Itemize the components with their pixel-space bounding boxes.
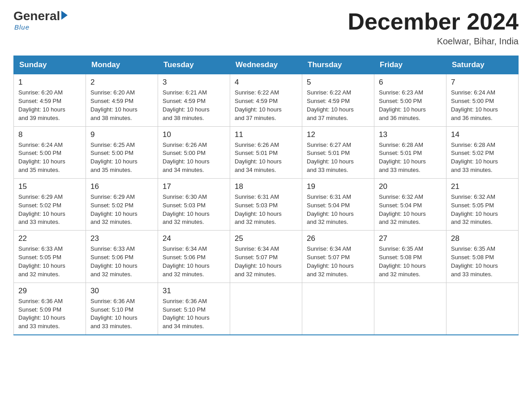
day-info: Sunrise: 6:28 AMSunset: 5:02 PMDaylight:… [451,141,514,175]
day-number: 14 [451,130,514,139]
calendar-week-4: 22Sunrise: 6:33 AMSunset: 5:05 PMDayligh… [14,231,519,283]
day-number: 7 [451,78,514,87]
calendar-cell: 20Sunrise: 6:32 AMSunset: 5:04 PMDayligh… [374,178,446,230]
day-info: Sunrise: 6:31 AMSunset: 5:04 PMDaylight:… [307,193,369,227]
calendar-header-saturday: Saturday [446,56,519,74]
calendar-cell: 16Sunrise: 6:29 AMSunset: 5:02 PMDayligh… [86,178,158,230]
calendar-cell: 10Sunrise: 6:26 AMSunset: 5:00 PMDayligh… [158,126,230,178]
logo-triangle-icon [61,11,68,20]
day-number: 11 [235,130,297,139]
calendar-cell: 26Sunrise: 6:34 AMSunset: 5:07 PMDayligh… [302,231,374,283]
day-number: 19 [307,182,369,191]
calendar-cell [446,283,519,335]
day-info: Sunrise: 6:34 AMSunset: 5:06 PMDaylight:… [163,245,225,278]
day-info: Sunrise: 6:35 AMSunset: 5:08 PMDaylight:… [379,245,442,278]
day-number: 24 [163,234,225,243]
calendar-header-sunday: Sunday [14,56,86,74]
calendar-cell: 25Sunrise: 6:34 AMSunset: 5:07 PMDayligh… [230,231,302,283]
day-info: Sunrise: 6:33 AMSunset: 5:06 PMDaylight:… [90,245,153,278]
day-number: 16 [90,182,153,191]
calendar-week-5: 29Sunrise: 6:36 AMSunset: 5:09 PMDayligh… [14,283,519,335]
day-info: Sunrise: 6:34 AMSunset: 5:07 PMDaylight:… [235,245,297,278]
day-info: Sunrise: 6:24 AMSunset: 5:00 PMDaylight:… [18,141,81,175]
day-info: Sunrise: 6:21 AMSunset: 4:59 PMDaylight:… [163,89,225,122]
calendar-cell: 6Sunrise: 6:23 AMSunset: 5:00 PMDaylight… [374,74,446,126]
logo-general-text: General [13,9,60,23]
day-info: Sunrise: 6:36 AMSunset: 5:09 PMDaylight:… [18,297,81,331]
day-number: 9 [90,130,153,139]
day-number: 8 [18,130,81,139]
calendar-cell: 7Sunrise: 6:24 AMSunset: 5:00 PMDaylight… [446,74,519,126]
day-number: 23 [90,234,153,243]
day-info: Sunrise: 6:23 AMSunset: 5:00 PMDaylight:… [379,89,442,122]
calendar-cell: 28Sunrise: 6:35 AMSunset: 5:08 PMDayligh… [446,231,519,283]
calendar-cell: 13Sunrise: 6:28 AMSunset: 5:01 PMDayligh… [374,126,446,178]
day-info: Sunrise: 6:22 AMSunset: 4:59 PMDaylight:… [235,89,297,122]
day-number: 22 [18,234,81,243]
day-number: 27 [379,234,442,243]
calendar-week-1: 1Sunrise: 6:20 AMSunset: 4:59 PMDaylight… [14,74,519,126]
logo-blue-text: Blue [14,23,30,31]
calendar-header-friday: Friday [374,56,446,74]
day-info: Sunrise: 6:26 AMSunset: 5:00 PMDaylight:… [163,141,225,175]
day-number: 5 [307,78,369,87]
calendar-cell [374,283,446,335]
calendar-header-monday: Monday [86,56,158,74]
day-number: 12 [307,130,369,139]
calendar-cell: 30Sunrise: 6:36 AMSunset: 5:10 PMDayligh… [86,283,158,335]
day-info: Sunrise: 6:36 AMSunset: 5:10 PMDaylight:… [163,297,225,331]
calendar-cell: 31Sunrise: 6:36 AMSunset: 5:10 PMDayligh… [158,283,230,335]
day-number: 2 [90,78,153,87]
calendar-cell [302,283,374,335]
calendar-cell: 19Sunrise: 6:31 AMSunset: 5:04 PMDayligh… [302,178,374,230]
calendar-cell: 18Sunrise: 6:31 AMSunset: 5:03 PMDayligh… [230,178,302,230]
day-number: 25 [235,234,297,243]
day-info: Sunrise: 6:32 AMSunset: 5:05 PMDaylight:… [451,193,514,227]
calendar-cell: 22Sunrise: 6:33 AMSunset: 5:05 PMDayligh… [14,231,86,283]
day-number: 28 [451,234,514,243]
day-info: Sunrise: 6:34 AMSunset: 5:07 PMDaylight:… [307,245,369,278]
calendar-cell: 2Sunrise: 6:20 AMSunset: 4:59 PMDaylight… [86,74,158,126]
calendar-header-tuesday: Tuesday [158,56,230,74]
calendar-cell: 9Sunrise: 6:25 AMSunset: 5:00 PMDaylight… [86,126,158,178]
calendar-week-3: 15Sunrise: 6:29 AMSunset: 5:02 PMDayligh… [14,178,519,230]
month-title: December 2024 [348,9,519,34]
calendar-cell: 11Sunrise: 6:26 AMSunset: 5:01 PMDayligh… [230,126,302,178]
calendar-header-wednesday: Wednesday [230,56,302,74]
day-number: 20 [379,182,442,191]
logo: General Blue [13,9,68,31]
day-info: Sunrise: 6:29 AMSunset: 5:02 PMDaylight:… [18,193,81,227]
day-info: Sunrise: 6:26 AMSunset: 5:01 PMDaylight:… [235,141,297,175]
day-number: 31 [163,287,225,295]
day-info: Sunrise: 6:22 AMSunset: 4:59 PMDaylight:… [307,89,369,122]
calendar-cell: 12Sunrise: 6:27 AMSunset: 5:01 PMDayligh… [302,126,374,178]
day-number: 30 [90,287,153,295]
day-info: Sunrise: 6:30 AMSunset: 5:03 PMDaylight:… [163,193,225,227]
page-header: General Blue December 2024 Koelwar, Biha… [13,9,519,47]
day-info: Sunrise: 6:24 AMSunset: 5:00 PMDaylight:… [451,89,514,122]
day-number: 3 [163,78,225,87]
calendar-cell: 21Sunrise: 6:32 AMSunset: 5:05 PMDayligh… [446,178,519,230]
day-info: Sunrise: 6:35 AMSunset: 5:08 PMDaylight:… [451,245,514,278]
calendar-header-row: SundayMondayTuesdayWednesdayThursdayFrid… [14,56,519,74]
day-number: 26 [307,234,369,243]
day-info: Sunrise: 6:33 AMSunset: 5:05 PMDaylight:… [18,245,81,278]
calendar-cell: 5Sunrise: 6:22 AMSunset: 4:59 PMDaylight… [302,74,374,126]
day-number: 15 [18,182,81,191]
calendar-cell: 3Sunrise: 6:21 AMSunset: 4:59 PMDaylight… [158,74,230,126]
calendar-week-2: 8Sunrise: 6:24 AMSunset: 5:00 PMDaylight… [14,126,519,178]
day-number: 4 [235,78,297,87]
day-info: Sunrise: 6:27 AMSunset: 5:01 PMDaylight:… [307,141,369,175]
day-number: 13 [379,130,442,139]
day-info: Sunrise: 6:36 AMSunset: 5:10 PMDaylight:… [90,297,153,331]
day-number: 10 [163,130,225,139]
day-number: 21 [451,182,514,191]
day-info: Sunrise: 6:20 AMSunset: 4:59 PMDaylight:… [90,89,153,122]
day-number: 17 [163,182,225,191]
day-info: Sunrise: 6:32 AMSunset: 5:04 PMDaylight:… [379,193,442,227]
calendar-cell: 27Sunrise: 6:35 AMSunset: 5:08 PMDayligh… [374,231,446,283]
calendar-cell [230,283,302,335]
location-text: Koelwar, Bihar, India [348,36,519,47]
calendar-table: SundayMondayTuesdayWednesdayThursdayFrid… [13,56,519,335]
calendar-header-thursday: Thursday [302,56,374,74]
